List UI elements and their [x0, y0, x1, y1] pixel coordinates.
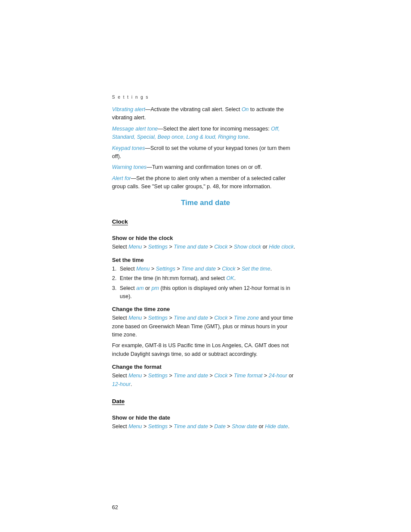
show-clock-link: Show clock — [234, 244, 261, 250]
message-alert-tone-text: —Select the alert tone for incoming mess… — [158, 126, 271, 132]
time-and-date-link-st: Time and date — [181, 266, 216, 272]
set-time-step-2: 2. Enter the time (in hh:mm format), and… — [112, 274, 299, 283]
clock-link-shc: Clock — [214, 244, 227, 250]
menu-link-cf: Menu — [128, 373, 142, 379]
menu-link-ctz: Menu — [128, 315, 142, 321]
pm-link: pm — [152, 285, 159, 291]
hide-date-link: Hide date — [265, 423, 288, 429]
menu-link-st: Menu — [136, 266, 149, 272]
alert-for-text: —Set the phone to alert only when a memb… — [112, 175, 286, 190]
keypad-tones-item: Keypad tones—Scroll to set the volume of… — [112, 144, 299, 161]
time-and-date-link-ctz: Time and date — [174, 315, 208, 321]
settings-link-shd: Settings — [148, 423, 168, 429]
page: S e t t i n g s Vibrating alert—Activate… — [0, 0, 411, 532]
time-and-date-link-shc: Time and date — [174, 244, 208, 250]
show-hide-date-heading: Show or hide the date — [112, 414, 299, 421]
change-format-section: Change the format Select Menu > Settings… — [112, 364, 299, 389]
time-zone-link: Time zone — [234, 315, 259, 321]
show-hide-clock-section: Show or hide the clock Select Menu > Set… — [112, 235, 299, 251]
settings-link-st: Settings — [156, 266, 175, 272]
vibrating-alert-link: Vibrating alert — [112, 106, 145, 112]
menu-link-shd: Menu — [128, 423, 142, 429]
show-hide-clock-heading: Show or hide the clock — [112, 235, 299, 241]
menu-link-shc: Menu — [128, 244, 142, 250]
show-hide-date-section: Show or hide the date Select Menu > Sett… — [112, 414, 299, 431]
settings-link-ctz: Settings — [148, 315, 168, 321]
time-format-link: Time format — [234, 373, 263, 379]
change-time-zone-text1: Select Menu > Settings > Time and date >… — [112, 314, 299, 339]
clock-subsection: Clock Show or hide the clock Select Menu… — [112, 215, 299, 389]
set-time-link: Set the time — [242, 266, 271, 272]
vibrating-alert-item: Vibrating alert—Activate the vibrating c… — [112, 106, 299, 122]
settings-link-shc: Settings — [148, 244, 168, 250]
section-label: S e t t i n g s — [112, 95, 299, 100]
alert-for-link: Alert for — [112, 175, 131, 181]
vibrating-alert-text: —Activate the vibrating call alert. Sele… — [145, 106, 242, 112]
clock-link-st: Clock — [222, 266, 235, 272]
12hour-link: 12-hour — [112, 381, 131, 387]
time-and-date-heading: Time and date — [112, 199, 299, 207]
vibrating-alert-on: On — [242, 106, 249, 112]
message-alert-tone-item: Message alert tone—Select the alert tone… — [112, 125, 299, 142]
warning-tones-text: —Turn warning and confirmation tones on … — [146, 164, 262, 170]
show-date-link: Show date — [232, 423, 257, 429]
24hour-link: 24-hour — [269, 373, 287, 379]
keypad-tones-link: Keypad tones — [112, 145, 145, 151]
date-subsection: Date Show or hide the date Select Menu >… — [112, 395, 299, 431]
set-time-steps: 1. Select Menu > Settings > Time and dat… — [112, 265, 299, 301]
change-time-zone-heading: Change the time zone — [112, 306, 299, 312]
set-time-heading: Set the time — [112, 257, 299, 263]
show-hide-date-text: Select Menu > Settings > Time and date >… — [112, 423, 299, 431]
change-format-heading: Change the format — [112, 364, 299, 370]
warning-tones-link: Warning tones — [112, 164, 146, 170]
date-link-shd: Date — [214, 423, 225, 429]
time-and-date-link-shd: Time and date — [174, 423, 208, 429]
message-alert-tone-link: Message alert tone — [112, 126, 158, 132]
page-number: 62 — [112, 504, 118, 510]
ok-link: OK — [226, 275, 234, 281]
settings-link-cf: Settings — [148, 373, 168, 379]
change-format-text: Select Menu > Settings > Time and date >… — [112, 372, 299, 389]
alert-for-item: Alert for—Set the phone to alert only wh… — [112, 174, 299, 191]
clock-link-cf: Clock — [214, 373, 227, 379]
time-and-date-link-cf: Time and date — [174, 373, 208, 379]
clock-link-ctz: Clock — [214, 315, 227, 321]
set-time-step-3: 3. Select am or pm (this option is displ… — [112, 284, 299, 301]
warning-tones-item: Warning tones—Turn warning and confirmat… — [112, 163, 299, 171]
date-heading: Date — [112, 398, 125, 405]
show-hide-clock-text: Select Menu > Settings > Time and date >… — [112, 243, 299, 251]
clock-heading: Clock — [112, 218, 128, 225]
set-time-step-1: 1. Select Menu > Settings > Time and dat… — [112, 265, 299, 273]
change-time-zone-section: Change the time zone Select Menu > Setti… — [112, 306, 299, 358]
change-time-zone-text2: For example, GMT-8 is US Pacific time in… — [112, 342, 299, 358]
am-link: am — [136, 285, 143, 291]
hide-clock-link: Hide clock — [269, 244, 294, 250]
set-time-section: Set the time 1. Select Menu > Settings >… — [112, 257, 299, 301]
